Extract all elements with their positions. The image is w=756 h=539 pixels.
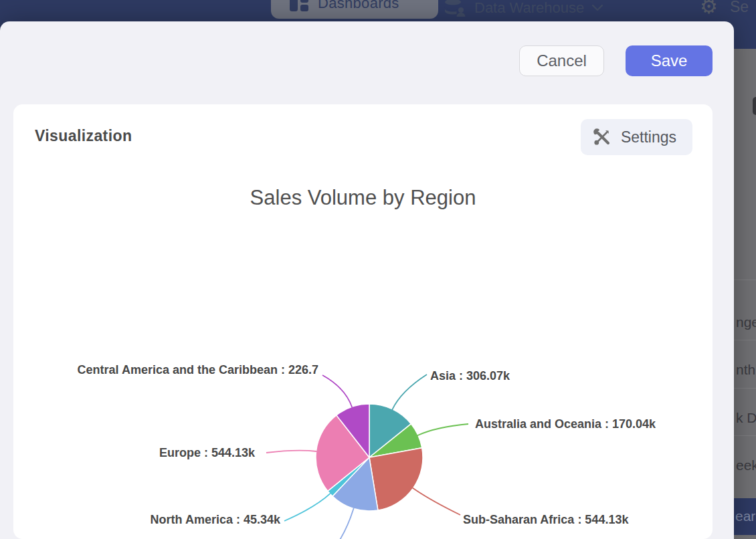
nav-tab-dashboards[interactable]: Dashboards: [271, 0, 438, 19]
pie-label-north-america: North America : 45.34k: [151, 513, 280, 527]
pie-slice-sub-saharan-africa[interactable]: [369, 448, 423, 510]
background-dropdown-item-fragment: k D: [736, 410, 756, 426]
edit-visualization-modal: Cancel Save Visualization Settings Sales…: [0, 21, 734, 539]
nav-item-data-warehouse-label: Data Warehouse: [474, 0, 584, 17]
visualization-card: Visualization Settings Sales Volume by R…: [13, 104, 713, 539]
pie-label-asia: Asia : 306.07k: [430, 369, 510, 383]
background-dropdown-item-fragment: ear: [735, 508, 755, 524]
gear-icon[interactable]: ⚙: [700, 0, 718, 18]
background-dropdown-item-fragment: nth: [736, 362, 756, 378]
pie-label-sub-saharan-africa: Sub-Saharan Africa : 544.13k: [463, 513, 628, 527]
database-user-icon: [444, 0, 466, 17]
nav-item-data-warehouse[interactable]: Data Warehouse: [444, 0, 603, 19]
save-button[interactable]: Save: [626, 45, 713, 76]
nav-item-settings-truncated[interactable]: Se: [730, 0, 749, 16]
nav-tab-dashboards-label: Dashboards: [318, 0, 399, 12]
background-dropdown-item-selected: ear: [734, 498, 756, 535]
background-dropdown-item-fragment: nge: [736, 314, 756, 330]
pie-leader-line: [322, 375, 352, 407]
background-divider: [734, 340, 756, 340]
pie-label-central-america: Central America and the Caribbean : 226.…: [78, 363, 318, 377]
dashboard-icon: [290, 0, 308, 11]
chevron-down-icon: [592, 5, 603, 11]
pie-label-australia-oceania: Australia and Oceania : 170.04k: [475, 417, 656, 431]
pie-leader-line: [392, 374, 427, 410]
pie-leader-line: [417, 424, 468, 435]
pie-leader-line: [284, 494, 330, 521]
pie-chart: [13, 104, 713, 539]
background-divider: [734, 388, 756, 389]
pie-leader-line: [266, 451, 317, 453]
pie-label-europe: Europe : 544.13k: [159, 446, 255, 460]
background-button-fragment: [753, 97, 756, 115]
background-divider: [734, 435, 756, 436]
background-dropdown-item-fragment: eek: [736, 457, 756, 473]
pie-leader-line: [413, 488, 460, 516]
pie-leader-line: [338, 508, 354, 539]
background-divider: [734, 280, 756, 280]
cancel-button[interactable]: Cancel: [519, 45, 604, 76]
